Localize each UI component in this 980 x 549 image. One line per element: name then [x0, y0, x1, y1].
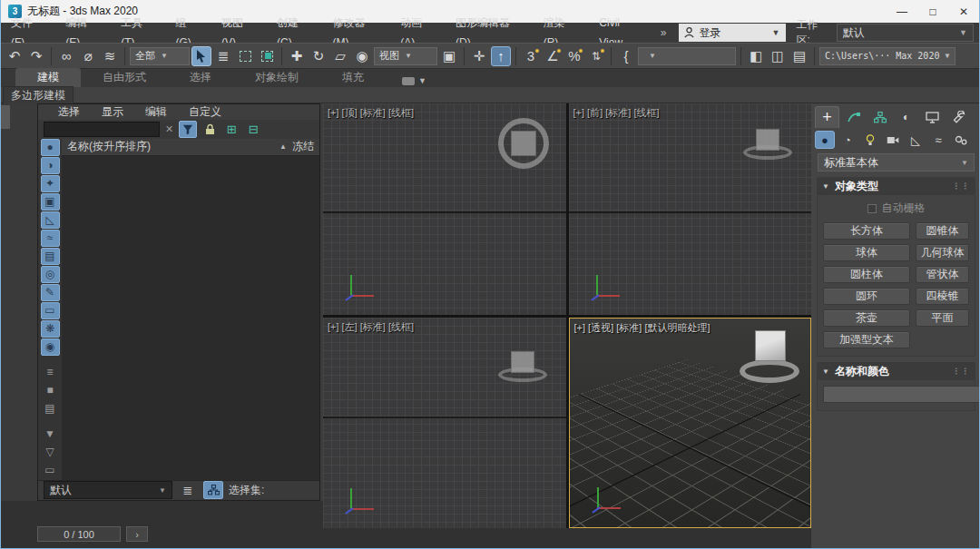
viewport-perspective-active[interactable]: [+] [透视] [标准] [默认明暗处理] — [569, 318, 812, 529]
explorer-search-input[interactable] — [44, 122, 160, 137]
box-button[interactable]: 长方体 — [823, 222, 910, 240]
ribbon-tab-selection[interactable]: 选择 — [168, 68, 233, 87]
explorer-menu-edit[interactable]: 编辑 — [136, 104, 176, 120]
hierarchy-view-button[interactable] — [203, 481, 223, 499]
cylinder-button[interactable]: 圆柱体 — [823, 266, 910, 283]
snap-toggle-3d-icon[interactable]: 3 — [521, 46, 541, 66]
layer-stack-icon[interactable]: ≣ — [178, 481, 198, 499]
display-cameras-icon[interactable]: ▣ — [41, 193, 60, 211]
primitive-category-dropdown[interactable]: 标准基本体 ▼ — [818, 153, 975, 172]
select-link-icon[interactable]: ∞ — [56, 46, 76, 66]
cameras-category-icon[interactable] — [883, 131, 903, 149]
cone-button[interactable]: 圆锥体 — [916, 222, 969, 240]
shapes-category-icon[interactable]: ◔ — [838, 131, 858, 149]
percent-snap-icon[interactable]: % — [564, 46, 584, 66]
container-icon[interactable]: ▭ — [41, 462, 60, 479]
motion-tab[interactable]: ◐ — [894, 106, 918, 128]
select-object-button[interactable] — [191, 46, 211, 66]
geometry-category-icon[interactable]: ● — [815, 131, 835, 149]
filter-funnel-button[interactable] — [179, 121, 197, 138]
display-helpers-icon[interactable]: ◺ — [41, 211, 60, 229]
modify-tab[interactable] — [841, 106, 866, 128]
lights-category-icon[interactable] — [860, 131, 880, 149]
angle-snap-icon[interactable]: ∠ — [543, 46, 563, 66]
ribbon-minimize-dropdown[interactable]: ▼ — [395, 74, 434, 87]
mirror-icon[interactable]: ◧ — [746, 46, 766, 66]
sphere-button[interactable]: 球体 — [823, 244, 910, 261]
explorer-column-header[interactable]: 名称(按升序排序) ▲ 冻结 — [62, 139, 319, 156]
helpers-category-icon[interactable]: ◺ — [906, 131, 926, 149]
align-icon[interactable]: ◫ — [768, 46, 788, 66]
display-all-icon[interactable]: ● — [41, 139, 60, 156]
viewport-top[interactable]: [+] [顶] [标准] [线框] — [323, 103, 566, 315]
viewport-left[interactable]: [+] [左] [标准] [线框] — [323, 318, 566, 529]
display-containers-icon[interactable]: ▭ — [41, 302, 60, 319]
list-view-icon[interactable]: ≡ — [41, 364, 60, 381]
detail-view-icon[interactable]: ▤ — [41, 400, 60, 417]
reference-coordinate-dropdown[interactable]: 视图 ▼ — [374, 47, 437, 65]
unlink-icon[interactable]: ⌀ — [78, 46, 98, 66]
viewcube[interactable] — [498, 118, 549, 169]
explorer-preset-dropdown[interactable]: 默认 ▼ — [44, 481, 172, 499]
tube-button[interactable]: 管状体 — [916, 266, 969, 283]
select-and-rotate-icon[interactable]: ↻ — [309, 46, 328, 66]
explorer-menu-customize[interactable]: 自定义 — [180, 104, 230, 120]
selection-filter-dropdown[interactable]: 全部 ▼ — [130, 47, 190, 65]
autogrid-row[interactable]: 自动栅格 — [823, 201, 969, 216]
login-dropdown[interactable]: 登录 ▼ — [679, 24, 785, 42]
ribbon-tab-modeling[interactable]: 建模 — [15, 68, 81, 87]
next-frame-button[interactable]: › — [126, 526, 148, 542]
display-visibility-icon[interactable]: ◉ — [41, 338, 60, 356]
select-by-name-icon[interactable]: ≣ — [213, 46, 233, 66]
object-type-rollout-header[interactable]: ▼ 对象类型 ⋮⋮ — [817, 177, 975, 195]
dock-handle[interactable] — [1, 105, 10, 129]
select-and-place-icon[interactable]: ◉ — [352, 46, 372, 66]
create-tab[interactable]: + — [815, 106, 839, 128]
named-selection-dropdown[interactable]: ▼ — [638, 47, 736, 65]
frozen-column-header[interactable]: 冻结 — [292, 139, 314, 154]
spinner-snap-icon[interactable]: ⇅ — [586, 46, 606, 66]
toggle-layer-explorer-icon[interactable]: ▤ — [789, 46, 809, 66]
maximize-button[interactable]: □ — [917, 0, 948, 23]
display-lights-icon[interactable]: ✦ — [41, 175, 60, 192]
display-shapes-icon[interactable]: ▤ — [41, 248, 60, 265]
pyramid-button[interactable]: 四棱锥 — [916, 288, 969, 305]
display-spacewarps-icon[interactable]: ≈ — [41, 230, 60, 247]
teapot-button[interactable]: 茶壶 — [823, 309, 910, 327]
viewport-perspective-label[interactable]: [+] [透视] [标准] [默认明暗处理] — [574, 321, 710, 335]
select-and-move-icon[interactable]: ✚ — [287, 46, 307, 66]
funnel-filter-icon[interactable]: ▽ — [41, 444, 60, 461]
redo-icon[interactable]: ↷ — [26, 46, 46, 66]
ribbon-tab-freeform[interactable]: 自由形式 — [81, 68, 168, 87]
viewcube[interactable] — [738, 330, 805, 385]
undo-icon[interactable]: ↶ — [5, 46, 24, 66]
select-and-scale-icon[interactable]: ▱ — [330, 46, 350, 66]
display-geometry-icon[interactable]: ◑ — [41, 157, 60, 174]
clear-search-icon[interactable]: ✕ — [163, 123, 175, 135]
viewcube[interactable] — [498, 351, 549, 382]
project-folder-dropdown[interactable]: C:\Users\··· Max 2020 ▼ — [819, 47, 956, 65]
polygon-modeling-panel[interactable]: 多边形建模 — [3, 86, 74, 104]
display-bones-icon[interactable]: ◎ — [41, 266, 60, 283]
display-particles-icon[interactable]: ❋ — [41, 320, 60, 338]
select-and-manipulate-icon[interactable]: ✛ — [469, 46, 489, 66]
material-view-icon[interactable]: ■ — [41, 382, 60, 399]
expand-all-icon[interactable]: ⊞ — [222, 121, 240, 138]
viewport-top-label[interactable]: [+] [顶] [标准] [线框] — [328, 106, 414, 120]
explorer-list-body[interactable] — [62, 156, 319, 480]
collapse-all-icon[interactable]: ⊟ — [244, 121, 262, 138]
explorer-menu-display[interactable]: 显示 — [93, 104, 132, 120]
textplus-button[interactable]: 加强型文本 — [823, 331, 910, 348]
hierarchy-tab[interactable] — [867, 106, 892, 128]
autogrid-checkbox[interactable] — [867, 204, 877, 213]
viewport-left-label[interactable]: [+] [左] [标准] [线框] — [328, 320, 414, 334]
close-button[interactable]: ✕ — [948, 0, 979, 23]
name-color-rollout-header[interactable]: ▼ 名称和颜色 ⋮⋮ — [817, 362, 975, 380]
display-objects-icon[interactable]: ✎ — [41, 284, 60, 301]
viewcube[interactable] — [743, 129, 794, 160]
name-column-header[interactable]: 名称(按升序排序) — [67, 139, 151, 154]
explorer-menu-select[interactable]: 选择 — [49, 104, 89, 120]
window-crossing-icon[interactable] — [257, 46, 277, 66]
rectangular-selection-region-icon[interactable] — [235, 46, 255, 66]
edit-named-selection-icon[interactable]: { — [616, 46, 636, 66]
